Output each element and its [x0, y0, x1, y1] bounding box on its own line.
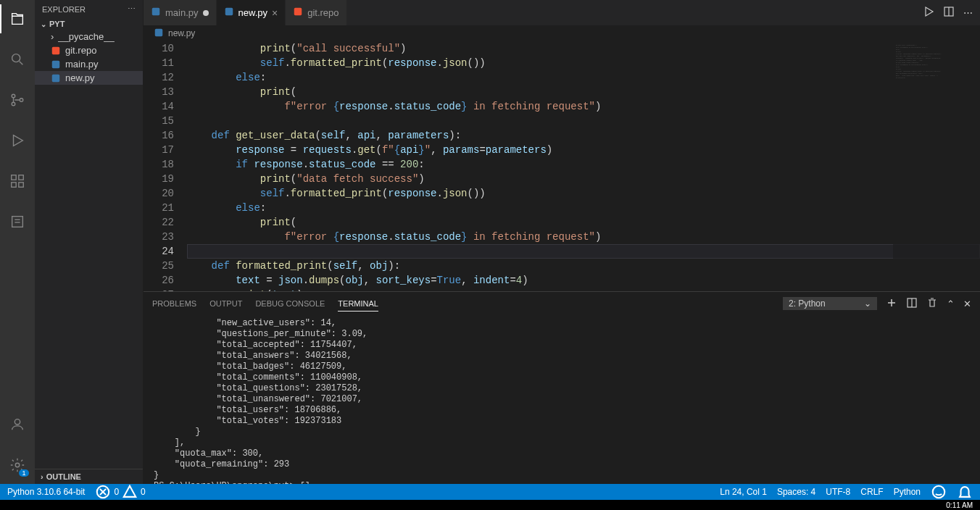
run-icon[interactable] — [923, 6, 934, 20]
svg-point-13 — [15, 463, 20, 467]
modified-dot-icon — [203, 10, 209, 16]
terminal-selector[interactable]: 2: Python ⌄ — [783, 297, 877, 310]
project-folder[interactable]: ⌄ PYT — [35, 18, 143, 30]
status-bar: Python 3.10.6 64-bit 0 0 Ln 24, Col 1 Sp… — [0, 484, 980, 500]
chevron-down-icon: ⌄ — [41, 20, 46, 28]
svg-rect-22 — [155, 28, 163, 36]
settings-badge: 1 — [19, 469, 29, 477]
panel-tab[interactable]: PROBLEMS — [152, 296, 196, 312]
svg-rect-5 — [12, 175, 16, 180]
svg-rect-17 — [152, 8, 160, 16]
cursor-position[interactable]: Ln 24, Col 1 — [720, 487, 767, 497]
svg-rect-7 — [12, 183, 16, 187]
minimap[interactable]: print("call successful") self.formatted_… — [893, 41, 980, 291]
problems-status[interactable]: 0 0 — [95, 484, 145, 500]
svg-rect-6 — [19, 175, 23, 180]
svg-line-1 — [20, 62, 23, 65]
svg-rect-18 — [225, 8, 233, 16]
svg-point-2 — [12, 94, 15, 98]
svg-point-30 — [933, 486, 945, 498]
close-panel-icon[interactable]: ✕ — [963, 298, 971, 309]
svg-rect-9 — [12, 217, 23, 227]
python-file-icon — [154, 28, 164, 40]
new-terminal-icon[interactable] — [886, 297, 897, 311]
search-icon[interactable] — [0, 45, 35, 74]
activity-bar: 1 — [0, 0, 35, 484]
language-mode[interactable]: Python — [894, 487, 921, 497]
indentation[interactable]: Spaces: 4 — [777, 487, 815, 497]
svg-point-3 — [12, 102, 15, 106]
panel-tab[interactable]: OUTPUT — [209, 296, 242, 312]
run-debug-icon[interactable] — [0, 126, 35, 155]
svg-rect-16 — [52, 74, 60, 82]
encoding[interactable]: UTF-8 — [826, 487, 850, 497]
source-control-icon[interactable] — [0, 85, 35, 114]
feedback-icon[interactable] — [931, 484, 947, 500]
code-editor[interactable]: 101112131415161718192021222324252627 pri… — [144, 41, 980, 291]
todo-icon[interactable] — [0, 207, 35, 236]
clock: 0:11 AM — [946, 501, 973, 509]
chevron-down-icon: ⌄ — [864, 298, 871, 309]
file-tree-item[interactable]: new.py — [35, 71, 143, 85]
chevron-right-icon: › — [41, 472, 43, 481]
close-icon[interactable]: × — [272, 7, 278, 19]
sidebar: EXPLORER ⋯ ⌄ PYT ›__pycache__git.repomai… — [35, 0, 144, 484]
editor-tab[interactable]: main.py — [144, 0, 217, 25]
split-terminal-icon[interactable] — [906, 297, 918, 311]
explorer-icon[interactable] — [0, 4, 35, 33]
os-taskbar: 0:11 AM — [0, 500, 980, 510]
outline-section[interactable]: › OUTLINE — [35, 469, 143, 484]
account-icon[interactable] — [0, 410, 35, 439]
split-editor-icon[interactable] — [943, 6, 955, 20]
more-icon[interactable]: ⋯ — [963, 7, 973, 18]
trash-icon[interactable] — [926, 297, 938, 311]
svg-point-4 — [20, 99, 23, 102]
bell-icon[interactable] — [957, 484, 973, 500]
svg-rect-8 — [19, 183, 23, 187]
panel-tab[interactable]: DEBUG CONSOLE — [255, 296, 325, 312]
file-tree-item[interactable]: git.repo — [35, 43, 143, 57]
tabs-bar: main.pynew.py×git.repo ⋯ — [144, 0, 980, 25]
editor-tab[interactable]: git.repo — [286, 0, 346, 25]
sidebar-title: EXPLORER — [42, 5, 86, 14]
panel-tab[interactable]: TERMINAL — [338, 296, 378, 312]
editor-tab[interactable]: new.py× — [217, 0, 286, 25]
chevron-up-icon[interactable]: ⌃ — [947, 298, 955, 309]
svg-rect-15 — [52, 60, 60, 68]
bottom-panel: PROBLEMSOUTPUTDEBUG CONSOLETERMINAL 2: P… — [144, 291, 980, 484]
extensions-icon[interactable] — [0, 167, 35, 196]
terminal-output[interactable]: "new_active_users": 14, "questions_per_m… — [144, 315, 980, 484]
file-tree-item[interactable]: main.py — [35, 57, 143, 71]
settings-gear-icon[interactable]: 1 — [0, 451, 35, 480]
sidebar-more-icon[interactable]: ⋯ — [128, 4, 136, 14]
breadcrumb[interactable]: new.py — [144, 25, 980, 41]
svg-rect-14 — [52, 46, 60, 54]
svg-rect-19 — [294, 8, 302, 16]
python-version[interactable]: Python 3.10.6 64-bit — [7, 487, 85, 497]
svg-point-12 — [14, 419, 20, 425]
eol[interactable]: CRLF — [860, 487, 883, 497]
svg-point-0 — [12, 54, 20, 62]
file-tree-item[interactable]: ›__pycache__ — [35, 30, 143, 43]
